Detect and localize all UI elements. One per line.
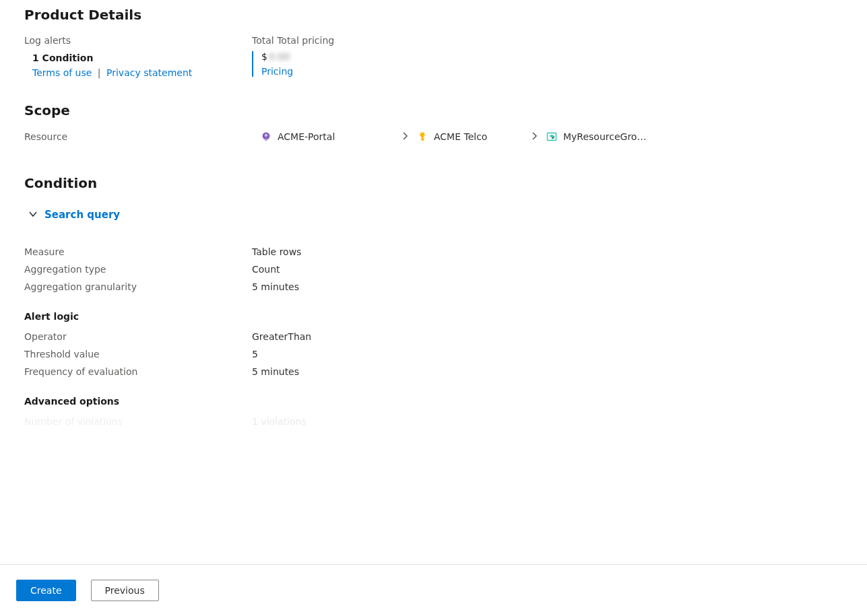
footer-bar: Create Previous bbox=[0, 564, 867, 616]
aggregation-granularity-value: 5 minutes bbox=[252, 281, 299, 292]
aggregation-granularity-label: Aggregation granularity bbox=[24, 281, 252, 292]
operator-value: GreaterThan bbox=[252, 331, 311, 342]
resource-label: Resource bbox=[24, 131, 260, 142]
chevron-right-icon bbox=[531, 131, 539, 142]
create-button[interactable]: Create bbox=[16, 580, 76, 601]
log-alerts-label: Log alerts bbox=[24, 35, 252, 46]
svg-rect-1 bbox=[265, 139, 267, 141]
scope-heading: Scope bbox=[24, 102, 867, 118]
aggregation-type-value: Count bbox=[252, 264, 280, 275]
lightbulb-icon bbox=[260, 131, 272, 143]
resource-group-icon bbox=[546, 131, 558, 143]
breadcrumb-item-telco[interactable]: ACME Telco bbox=[416, 131, 531, 143]
search-query-label: Search query bbox=[44, 209, 120, 221]
resource-breadcrumb: ACME-Portal ACME Telco MyResourceGro… bbox=[260, 131, 653, 143]
previous-button[interactable]: Previous bbox=[91, 580, 159, 601]
threshold-value: 5 bbox=[252, 349, 258, 360]
threshold-label: Threshold value bbox=[24, 349, 252, 360]
pricing-link[interactable]: Pricing bbox=[261, 66, 293, 77]
chevron-right-icon bbox=[402, 131, 410, 142]
price-symbol: $ bbox=[261, 51, 267, 62]
svg-point-2 bbox=[265, 134, 267, 137]
operator-label: Operator bbox=[24, 331, 252, 342]
key-icon bbox=[416, 131, 428, 143]
aggregation-type-label: Aggregation type bbox=[24, 264, 252, 275]
price-value-blurred: 0.00 bbox=[269, 51, 290, 62]
svg-rect-5 bbox=[422, 139, 425, 140]
measure-value: Table rows bbox=[252, 246, 301, 257]
breadcrumb-label: ACME-Portal bbox=[278, 131, 335, 142]
measure-label: Measure bbox=[24, 246, 252, 257]
total-pricing-label: Total Total pricing bbox=[252, 35, 334, 46]
condition-heading: Condition bbox=[24, 175, 867, 191]
search-query-toggle[interactable]: Search query bbox=[28, 209, 867, 221]
advanced-options-heading: Advanced options bbox=[24, 396, 867, 407]
violations-label: Number of violations bbox=[24, 416, 252, 427]
breadcrumb-label: ACME Telco bbox=[434, 131, 487, 142]
breadcrumb-label: MyResourceGro… bbox=[563, 131, 646, 142]
alert-logic-heading: Alert logic bbox=[24, 311, 867, 322]
privacy-statement-link[interactable]: Privacy statement bbox=[106, 67, 192, 78]
violations-value: 1 violations bbox=[252, 416, 307, 427]
terms-of-use-link[interactable]: Terms of use bbox=[32, 67, 92, 78]
svg-rect-4 bbox=[422, 136, 424, 141]
frequency-value: 5 minutes bbox=[252, 366, 299, 377]
product-details-heading: Product Details bbox=[24, 7, 867, 23]
breadcrumb-item-resourcegroup[interactable]: MyResourceGro… bbox=[546, 131, 653, 143]
frequency-label: Frequency of evaluation bbox=[24, 366, 252, 377]
chevron-down-icon bbox=[28, 209, 38, 221]
condition-count: 1 Condition bbox=[32, 53, 252, 63]
breadcrumb-item-portal[interactable]: ACME-Portal bbox=[260, 131, 402, 143]
link-separator: | bbox=[98, 67, 101, 78]
